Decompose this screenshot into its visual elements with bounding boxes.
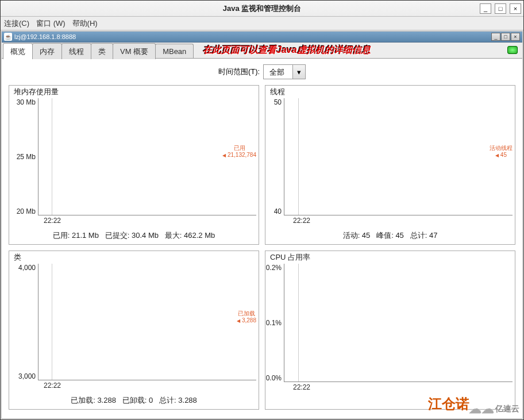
heap-statusline: 已用: 21.1 Mb 已提交: 30.4 Mb 最大: 462.2 Mb bbox=[9, 227, 259, 244]
menu-help[interactable]: 帮助(H) bbox=[72, 18, 98, 29]
window-title: Java 监视和管理控制台 bbox=[1, 3, 523, 14]
cloud-icon: ☁☁ bbox=[469, 402, 494, 417]
threads-ytick-bot: 40 bbox=[274, 207, 284, 215]
timerange-label: 时间范围(T): bbox=[218, 67, 260, 77]
minimize-button[interactable]: _ bbox=[480, 3, 491, 14]
internal-controls: _ □ × bbox=[491, 33, 520, 41]
heap-title: 堆内存使用量 bbox=[9, 86, 259, 97]
heap-status-used: 已用: 21.1 Mb bbox=[53, 231, 99, 240]
menu-window[interactable]: 窗口 (W) bbox=[36, 18, 66, 29]
threads-title: 线程 bbox=[265, 86, 515, 97]
threads-xaxis: 22:22 bbox=[265, 217, 515, 227]
tab-classes[interactable]: 类 bbox=[91, 43, 113, 59]
watermark-logo-text: 亿速云 bbox=[495, 404, 519, 414]
heap-legend: 已用 ◀ 21,132,784 bbox=[222, 145, 256, 159]
window-controls: _ □ × bbox=[480, 3, 521, 14]
classes-plot[interactable] bbox=[38, 264, 256, 381]
classes-status-loaded: 已加载: 3.288 bbox=[71, 396, 116, 404]
threads-status-live: 活动: 45 bbox=[343, 231, 371, 240]
threads-statusline: 活动: 45 峰值: 45 总计: 47 bbox=[265, 227, 515, 244]
chevron-down-icon[interactable]: ▾ bbox=[292, 65, 305, 79]
chart-grid: 堆内存使用量 30 Mb 25 Mb 20 Mb 已用 ◀ 21,132,78 bbox=[5, 85, 519, 410]
threads-legend-label: 活动线程 bbox=[490, 145, 513, 152]
classes-statusline: 已加载: 3.288 已卸载: 0 总计: 3.288 bbox=[9, 392, 259, 409]
classes-legend-value: 3,288 bbox=[242, 317, 256, 323]
internal-minimize-button[interactable]: _ bbox=[491, 33, 500, 41]
heap-legend-label: 已用 bbox=[222, 145, 256, 152]
classes-yaxis: 4,000 3,000 bbox=[10, 264, 38, 381]
classes-legend: 已加载 ◀ 3,288 bbox=[237, 310, 256, 324]
heap-status-commit: 已提交: 30.4 Mb bbox=[105, 231, 159, 240]
threads-status-total: 总计: 47 bbox=[410, 231, 438, 240]
tab-threads[interactable]: 线程 bbox=[61, 43, 91, 59]
threads-legend-value: 45 bbox=[500, 152, 507, 158]
timerange-row: 时间范围(T): 全部 ▾ bbox=[5, 64, 519, 79]
tab-row: 概览 内存 线程 类 VM 概要 MBean 在此页面可以查看Java虚拟机的详… bbox=[2, 43, 522, 59]
heap-ytick-bot: 20 Mb bbox=[17, 207, 38, 215]
classes-plot-area: 4,000 3,000 已加载 ◀ 3,288 bbox=[9, 263, 259, 382]
cpu-ytick-mid: 0.1% bbox=[266, 319, 284, 327]
mdi-area: ☕ lzj@192.168.1.8:8888 _ □ × 概览 内存 线程 类 … bbox=[1, 31, 523, 419]
internal-close-button[interactable]: × bbox=[511, 33, 520, 41]
watermark-text: 江仓诺 bbox=[428, 395, 469, 413]
cpu-plot-area: 0.2% 0.1% 0.0% bbox=[265, 263, 515, 384]
internal-title-text: lzj@192.168.1.8:8888 bbox=[14, 33, 76, 40]
overview-content: 时间范围(T): 全部 ▾ 堆内存使用量 30 Mb 25 Mb 20 Mb bbox=[2, 59, 522, 418]
heap-ytick-mid: 25 Mb bbox=[17, 153, 38, 161]
classes-xaxis: 22:22 bbox=[9, 382, 259, 392]
main-window: Java 监视和管理控制台 _ □ × 连接(C) 窗口 (W) 帮助(H) ☕… bbox=[0, 0, 524, 420]
classes-legend-label: 已加载 bbox=[237, 310, 256, 317]
classes-ytick-top: 4,000 bbox=[18, 264, 38, 272]
watermark-logo: ☁☁ 亿速云 bbox=[469, 402, 519, 417]
tab-vm-summary[interactable]: VM 概要 bbox=[113, 43, 156, 59]
classes-status-total: 总计: 3.288 bbox=[159, 396, 197, 404]
cpu-title: CPU 占用率 bbox=[265, 251, 515, 263]
timerange-dropdown[interactable]: 全部 ▾ bbox=[263, 64, 306, 79]
heap-yaxis: 30 Mb 25 Mb 20 Mb bbox=[10, 98, 38, 215]
threads-legend: 活动线程 ◀ 45 bbox=[490, 145, 513, 159]
tab-memory[interactable]: 内存 bbox=[32, 43, 62, 59]
tab-overview[interactable]: 概览 bbox=[3, 43, 33, 59]
cpu-ytick-top: 0.2% bbox=[266, 264, 284, 272]
heap-legend-value: 21,132,784 bbox=[228, 152, 256, 158]
threads-panel: 线程 50 40 活动线程 ◀ 45 bbox=[265, 85, 515, 245]
tab-mbean[interactable]: MBean bbox=[155, 44, 194, 58]
internal-titlebar: ☕ lzj@192.168.1.8:8888 _ □ × bbox=[2, 32, 522, 43]
menubar: 连接(C) 窗口 (W) 帮助(H) bbox=[1, 17, 523, 30]
heap-plot-area: 30 Mb 25 Mb 20 Mb 已用 ◀ 21,132,784 bbox=[9, 97, 259, 217]
heap-status-max: 最大: 462.2 Mb bbox=[165, 231, 215, 240]
classes-status-unloaded: 已卸载: 0 bbox=[122, 396, 153, 404]
heap-xaxis: 22:22 bbox=[9, 217, 259, 227]
cpu-plot[interactable] bbox=[284, 264, 513, 383]
cpu-panel: CPU 占用率 0.2% 0.1% 0.0% 22:22 bbox=[265, 251, 515, 410]
timerange-value: 全部 bbox=[264, 65, 292, 79]
classes-panel: 类 4,000 3,000 已加载 ◀ 3,288 bbox=[9, 251, 259, 410]
threads-plot-area: 50 40 活动线程 ◀ 45 bbox=[265, 97, 515, 217]
cpu-ytick-bot: 0.0% bbox=[266, 374, 284, 382]
cpu-yaxis: 0.2% 0.1% 0.0% bbox=[267, 264, 284, 383]
close-button[interactable]: × bbox=[510, 3, 521, 14]
threads-plot[interactable] bbox=[284, 98, 513, 215]
threads-status-peak: 峰值: 45 bbox=[376, 231, 404, 240]
titlebar: Java 监视和管理控制台 _ □ × bbox=[1, 1, 523, 17]
threads-ytick-top: 50 bbox=[274, 98, 284, 106]
heap-panel: 堆内存使用量 30 Mb 25 Mb 20 Mb 已用 ◀ 21,132,78 bbox=[9, 85, 259, 245]
threads-yaxis: 50 40 bbox=[267, 98, 284, 215]
classes-ytick-bot: 3,000 bbox=[18, 372, 38, 380]
internal-maximize-button[interactable]: □ bbox=[501, 33, 510, 41]
classes-title: 类 bbox=[9, 251, 259, 263]
java-icon: ☕ bbox=[4, 33, 12, 41]
heap-ytick-top: 30 Mb bbox=[17, 98, 38, 106]
cpu-xaxis: 22:22 bbox=[265, 383, 515, 394]
annotation-overlay: 在此页面可以查看Java虚拟机的详细信息 bbox=[203, 44, 371, 56]
menu-connect[interactable]: 连接(C) bbox=[4, 18, 29, 29]
maximize-button[interactable]: □ bbox=[495, 3, 506, 14]
connection-status-icon bbox=[507, 46, 518, 54]
